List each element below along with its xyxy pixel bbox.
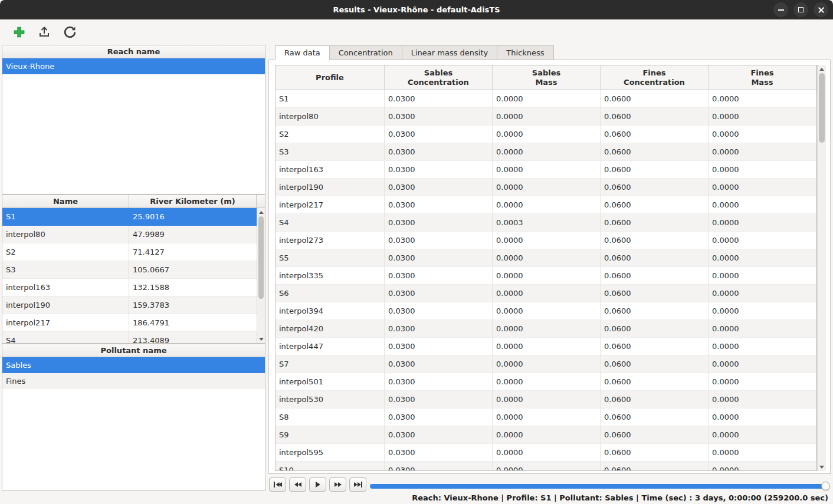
- minimize-button[interactable]: [773, 2, 788, 17]
- profiles-row[interactable]: S4213.4089: [2, 332, 257, 343]
- results-scrollbar[interactable]: [817, 65, 826, 471]
- playback-rewind-button[interactable]: [289, 477, 306, 492]
- reach-item[interactable]: Vieux-Rhone: [2, 58, 265, 74]
- cell-river-kilometer: 186.4791: [129, 314, 257, 332]
- playback-last-button[interactable]: [349, 477, 366, 492]
- skip-last-icon: [353, 482, 363, 487]
- table-row[interactable]: interpol4200.03000.00000.06000.0000: [276, 320, 816, 338]
- maximize-button[interactable]: [793, 2, 808, 17]
- results-header-cell[interactable]: FinesConcentration: [601, 65, 709, 90]
- cell-profile: interpol80: [276, 108, 385, 126]
- table-row[interactable]: interpol4470.03000.00000.06000.0000: [276, 338, 816, 355]
- results-header-cell[interactable]: FinesMass: [709, 65, 816, 90]
- tab-raw-data[interactable]: Raw data: [275, 45, 330, 60]
- table-row[interactable]: S90.03000.00000.06000.0000: [276, 426, 816, 444]
- profiles-row[interactable]: S125.9016: [2, 208, 257, 226]
- profiles-scrollbar-thumb[interactable]: [258, 216, 264, 299]
- tab-thickness[interactable]: Thickness: [497, 45, 553, 60]
- table-row[interactable]: S70.03000.00000.06000.0000: [276, 355, 816, 373]
- pollutant-item[interactable]: Fines: [2, 373, 265, 389]
- table-row[interactable]: interpol5010.03000.00000.06000.0000: [276, 373, 816, 391]
- cell-value: 0.0000: [493, 373, 601, 391]
- cell-value: 0.0300: [385, 214, 493, 232]
- tab-linear-mass-density[interactable]: Linear mass density: [402, 45, 498, 60]
- table-row[interactable]: interpol5300.03000.00000.06000.0000: [276, 391, 816, 409]
- pollutant-item[interactable]: Sables: [2, 357, 265, 373]
- playback-play-button[interactable]: [309, 477, 326, 492]
- slider-handle[interactable]: [821, 482, 830, 490]
- table-row[interactable]: interpol3940.03000.00000.06000.0000: [276, 302, 816, 320]
- results-header-cell[interactable]: Profile: [276, 65, 385, 90]
- table-row[interactable]: S10.03000.00000.06000.0000: [276, 90, 816, 108]
- table-row[interactable]: interpol3350.03000.00000.06000.0000: [276, 267, 816, 285]
- scroll-down-icon[interactable]: [818, 463, 826, 470]
- table-row[interactable]: interpol2730.03000.00000.06000.0000: [276, 232, 816, 249]
- toolbar: [0, 19, 833, 44]
- profiles-row[interactable]: interpol163132.1588: [2, 279, 257, 297]
- close-icon: [817, 6, 825, 14]
- cell-value: 0.0300: [385, 126, 493, 143]
- profiles-scrollbar[interactable]: [257, 208, 265, 343]
- statusbar: Reach: Vieux-Rhone | Profile: S1 | Pollu…: [0, 491, 833, 504]
- profiles-row[interactable]: interpol217186.4791: [2, 314, 257, 332]
- table-row[interactable]: S100.03000.00000.06000.0000: [276, 462, 816, 470]
- table-row[interactable]: interpol2170.03000.00000.06000.0000: [276, 196, 816, 214]
- scroll-up-icon[interactable]: [257, 209, 265, 216]
- tab-concentration[interactable]: Concentration: [330, 45, 402, 60]
- playback-forward-button[interactable]: [329, 477, 346, 492]
- cell-value: 0.0000: [709, 249, 816, 267]
- profiles-row[interactable]: interpol190159.3783: [2, 297, 257, 314]
- cell-profile: S7: [276, 355, 385, 373]
- table-row[interactable]: S80.03000.00000.06000.0000: [276, 409, 816, 426]
- profiles-header-name[interactable]: Name: [2, 195, 129, 207]
- table-row[interactable]: S30.03000.00000.06000.0000: [276, 143, 816, 161]
- cell-value: 0.0000: [709, 320, 816, 338]
- scroll-down-icon[interactable]: [257, 335, 265, 342]
- profiles-row[interactable]: interpol8047.9989: [2, 226, 257, 243]
- table-row[interactable]: interpol1630.03000.00000.06000.0000: [276, 161, 816, 179]
- cell-value: 0.0000: [709, 90, 816, 108]
- close-button[interactable]: [814, 2, 828, 17]
- cell-value: 0.0300: [385, 161, 493, 179]
- time-slider[interactable]: [370, 484, 828, 489]
- table-row[interactable]: interpol800.03000.00000.06000.0000: [276, 108, 816, 126]
- table-row[interactable]: S60.03000.00000.06000.0000: [276, 285, 816, 302]
- skip-first-icon: [273, 482, 283, 487]
- refresh-button[interactable]: [60, 22, 79, 41]
- table-row[interactable]: S40.03000.00030.06000.0000: [276, 214, 816, 232]
- profiles-row[interactable]: S3105.0667: [2, 261, 257, 279]
- cell-river-kilometer: 47.9989: [129, 226, 257, 243]
- profiles-row[interactable]: S271.4127: [2, 243, 257, 261]
- table-row[interactable]: S50.03000.00000.06000.0000: [276, 249, 816, 267]
- cell-value: 0.0600: [601, 338, 709, 355]
- table-row[interactable]: S20.03000.00000.06000.0000: [276, 126, 816, 143]
- cell-value: 0.0600: [601, 462, 709, 470]
- cell-value: 0.0000: [493, 320, 601, 338]
- table-row[interactable]: interpol1900.03000.00000.06000.0000: [276, 179, 816, 196]
- profiles-header-rkm[interactable]: River Kilometer (m): [129, 195, 257, 207]
- cell-value: 0.0300: [385, 249, 493, 267]
- cell-value: 0.0000: [493, 179, 601, 196]
- cell-value: 0.0600: [601, 320, 709, 338]
- results-header-cell[interactable]: SablesMass: [493, 65, 601, 90]
- cell-value: 0.0600: [601, 214, 709, 232]
- cell-value: 0.0600: [601, 179, 709, 196]
- reach-header[interactable]: Reach name: [2, 45, 265, 58]
- pollutant-header[interactable]: Pollutant name: [2, 344, 265, 357]
- results-scrollbar-thumb[interactable]: [819, 73, 825, 143]
- export-button[interactable]: [35, 22, 54, 41]
- cell-value: 0.0000: [709, 444, 816, 462]
- pollutant-panel: Pollutant name SablesFines: [2, 344, 265, 491]
- cell-value: 0.0000: [493, 426, 601, 444]
- add-button[interactable]: [9, 22, 28, 41]
- cell-value: 0.0300: [385, 108, 493, 126]
- pollutant-list: SablesFines: [2, 357, 265, 389]
- results-header-cell[interactable]: SablesConcentration: [385, 65, 493, 90]
- playback-first-button[interactable]: [269, 477, 286, 492]
- cell-value: 0.0600: [601, 232, 709, 249]
- scroll-up-icon[interactable]: [818, 65, 826, 73]
- cell-value: 0.0600: [601, 409, 709, 426]
- table-row[interactable]: interpol5950.03000.00000.06000.0000: [276, 444, 816, 462]
- cell-value: 0.0000: [493, 391, 601, 409]
- cell-value: 0.0600: [601, 249, 709, 267]
